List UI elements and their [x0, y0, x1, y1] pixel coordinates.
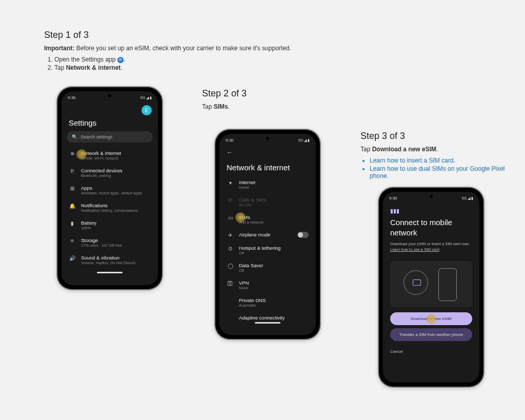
status-right: 5G ◢ ▮	[140, 96, 152, 100]
settings-gear-icon: ⚙	[117, 57, 124, 63]
settings-row-battery[interactable]: ▮Battery100%	[62, 216, 158, 234]
connect-subtitle: Download your eSIM or insert a SIM card …	[383, 238, 479, 247]
transfer-sim-button[interactable]: Transfer a SIM from another phone	[390, 328, 472, 341]
settings-row-sound-vibration[interactable]: 🔊Sound & vibrationVolume, haptics, Do No…	[62, 251, 158, 269]
step1-li2: Tap Network & internet.	[54, 64, 300, 71]
illus-phone-icon	[438, 268, 457, 301]
phone2-frame: 9:30 5G ◢ ▮ ← Network & internet ▾Intern…	[215, 130, 320, 339]
phone3-screen: 9:30 5G ◢ ▮ ▮▮▮ Connect to mobile networ…	[383, 192, 479, 383]
status-right: 5G ◢ ▮	[462, 196, 473, 201]
step1-title: Step 1 of 3	[44, 30, 300, 41]
important-text: Before you set up an eSIM, check with yo…	[74, 45, 291, 52]
row-adaptive-connectivity[interactable]: Adaptive connectivity	[219, 311, 316, 324]
network-row-vpn[interactable]: ⚿VPNNone	[219, 276, 316, 294]
row-icon: ≋	[69, 151, 76, 156]
camera-notch-icon	[266, 137, 269, 140]
row-icon: ⊞	[69, 186, 76, 191]
step2-text: Tap SIMs.	[202, 102, 335, 111]
network-row-sims[interactable]: ▭SIMsAdd a network	[219, 211, 316, 228]
camera-notch-icon	[108, 94, 111, 97]
row-icon: ⊙	[227, 246, 234, 251]
network-internet-title: Network & internet	[219, 157, 316, 176]
step2-title: Step 2 of 3	[202, 88, 335, 99]
camera-notch-icon	[430, 195, 433, 198]
settings-title: Settings	[62, 116, 158, 131]
network-row-airplane-mode[interactable]: ✈Airplane mode	[219, 228, 316, 242]
phone1-screen: 9:30 5G ◢ ▮ E Settings 🔍 Search settings…	[62, 91, 158, 285]
settings-row-apps[interactable]: ⊞AppsAssistant, recent apps, default app…	[62, 182, 158, 199]
row-icon: ✆	[227, 197, 234, 203]
back-arrow-icon[interactable]: ←	[219, 145, 316, 157]
settings-row-storage[interactable]: ≡Storage17% used · 107 GB free	[62, 234, 158, 251]
search-icon: 🔍	[72, 134, 77, 139]
link-insert-sim[interactable]: Learn how to insert a SIM card.	[370, 157, 455, 164]
search-settings-input[interactable]: 🔍 Search settings	[67, 131, 153, 143]
step2-block: Step 2 of 3 Tap SIMs.	[202, 88, 335, 111]
status-time: 9:30	[68, 95, 76, 100]
status-right: 5G ◢ ▮	[298, 138, 310, 143]
step3-text: Tap Download a new eSIM.	[360, 145, 509, 154]
row-icon: ◯	[227, 263, 234, 269]
step3-links: Learn how to insert a SIM card. Learn ho…	[360, 157, 509, 179]
step1-block: Step 1 of 3 Important: Before you set up…	[44, 30, 300, 72]
profile-avatar[interactable]: E	[142, 105, 152, 115]
network-row-calls-sms[interactable]: ✆Calls & SMSNo SIM	[219, 193, 316, 211]
row-private-dns[interactable]: Private DNSAutomatic	[219, 294, 316, 311]
phone1-frame: 9:30 5G ◢ ▮ E Settings 🔍 Search settings…	[57, 87, 162, 289]
network-row-internet[interactable]: ▾InternetHome	[219, 176, 316, 193]
network-row-data-saver[interactable]: ◯Data SaverOff	[219, 259, 316, 276]
row-icon: ▾	[227, 180, 234, 186]
status-time: 9:30	[389, 196, 397, 201]
step1-important: Important: Before you set up an eSIM, ch…	[44, 44, 300, 53]
row-icon: 🔊	[69, 255, 76, 261]
row-icon: ▮	[69, 221, 76, 226]
cancel-button[interactable]: Cancel	[383, 344, 479, 357]
row-icon: ≡	[69, 238, 76, 244]
step3-title: Step 3 of 3	[360, 131, 509, 142]
important-label: Important:	[44, 45, 74, 52]
connect-learn-link[interactable]: Learn how to use a SIM card	[383, 247, 479, 256]
status-time: 9:30	[226, 138, 234, 143]
step1-list: Open the Settings app ⚙. Tap Network & i…	[47, 56, 300, 71]
phone2-screen: 9:30 5G ◢ ▮ ← Network & internet ▾Intern…	[219, 134, 316, 335]
home-indicator[interactable]	[97, 272, 123, 273]
network-row-hotspot-tethering[interactable]: ⊙Hotspot & tetheringOff	[219, 242, 316, 259]
download-esim-button[interactable]: Download a new eSIM	[390, 312, 472, 325]
search-placeholder: Search settings	[80, 134, 112, 139]
step1-li1: Open the Settings app ⚙.	[54, 56, 300, 63]
settings-row-connected-devices[interactable]: ⎘Connected devicesBluetooth, pairing	[62, 164, 158, 182]
row-icon: ▭	[227, 215, 234, 221]
row-icon: ⚿	[227, 281, 234, 286]
settings-row-notifications[interactable]: 🔔NotificationsNotification history, conv…	[62, 199, 158, 216]
connect-title: Connect to mobile network	[383, 214, 479, 238]
signal-bars-icon: ▮▮▮	[383, 203, 479, 214]
step3-block: Step 3 of 3 Tap Download a new eSIM. Lea…	[360, 131, 509, 181]
airplane-toggle[interactable]	[297, 232, 309, 238]
row-icon: ⎘	[69, 168, 76, 174]
sim-illustration	[390, 261, 472, 307]
row-icon: 🔔	[69, 203, 76, 209]
settings-row-network-internet[interactable]: ≋Network & internetMobile, Wi-Fi, hotspo…	[62, 147, 158, 164]
link-dual-sim[interactable]: Learn how to use dual SIMs on your Googl…	[370, 165, 504, 179]
illus-sim-icon	[413, 279, 421, 286]
phone3-frame: 9:30 5G ◢ ▮ ▮▮▮ Connect to mobile networ…	[379, 188, 483, 387]
row-icon: ✈	[227, 232, 234, 238]
